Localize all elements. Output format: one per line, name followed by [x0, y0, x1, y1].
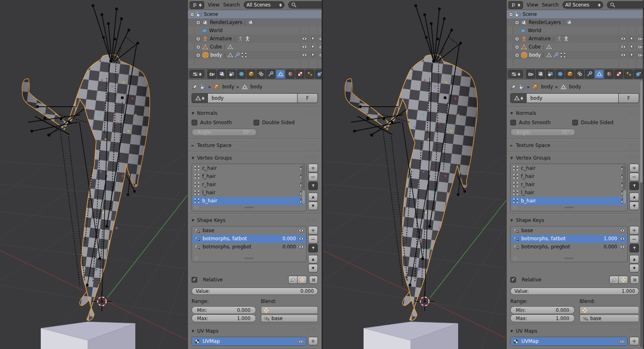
move-down-button[interactable]: ▼: [629, 264, 639, 272]
add-shape-key-button[interactable]: +: [629, 226, 639, 235]
eye-icon[interactable]: [620, 44, 626, 50]
editor-type-properties-button[interactable]: ▲▼: [508, 70, 523, 78]
tab-world[interactable]: [556, 70, 565, 79]
clear-shape-keys-button[interactable]: [630, 276, 639, 284]
shape-key-row-selected[interactable]: botmorphs, fatbot 0.000: [192, 235, 306, 243]
shape-key-row[interactable]: base: [511, 226, 627, 235]
camera-icon[interactable]: [319, 52, 322, 58]
add-shape-key-button[interactable]: +: [308, 226, 318, 235]
tab-scene[interactable]: [546, 70, 555, 79]
expand-icon[interactable]: +: [515, 45, 519, 49]
tab-object[interactable]: [565, 70, 574, 79]
outliner-row-scene[interactable]: − Scene: [507, 10, 643, 18]
tab-world[interactable]: [237, 70, 246, 79]
drag-grip-icon[interactable]: ::::: [307, 155, 317, 159]
range-min-field[interactable]: ◂ Min:0.000 ▸: [510, 306, 575, 314]
drag-grip-icon[interactable]: ::::: [628, 217, 638, 222]
remove-vertex-group-button[interactable]: −: [308, 173, 318, 181]
vertex-group-row[interactable]: l_hair: [511, 189, 627, 197]
range-max-field[interactable]: ◂ Max:1.000 ▸: [192, 314, 256, 322]
section-header-vertex-groups[interactable]: ▼ Vertex Groups ::::: [510, 154, 639, 162]
add-icon[interactable]: +: [513, 205, 517, 209]
add-vertex-group-button[interactable]: +: [308, 164, 318, 172]
remove-shape-key-button[interactable]: −: [629, 235, 639, 244]
collapse-icon[interactable]: −: [509, 12, 513, 17]
drag-grip-icon[interactable]: ::::: [307, 110, 317, 114]
add-uv-map-button[interactable]: +: [629, 337, 639, 345]
checkbox-relative[interactable]: [192, 277, 197, 283]
pointer-icon[interactable]: [629, 52, 635, 58]
outliner-row-armature[interactable]: + Armature |: [507, 35, 643, 43]
tab-render[interactable]: [207, 70, 216, 79]
eye-icon[interactable]: [302, 52, 307, 58]
eye-icon[interactable]: [298, 236, 304, 241]
editor-type-properties-button[interactable]: ▲▼: [190, 70, 204, 78]
spin-right-icon[interactable]: ▸: [570, 316, 572, 320]
expand-icon[interactable]: +: [196, 37, 201, 41]
pointer-icon[interactable]: [310, 36, 316, 42]
breadcrumb-object[interactable]: body: [541, 84, 553, 90]
vertex-group-specials-button[interactable]: [629, 182, 639, 190]
drag-grip-icon[interactable]: ::::: [628, 143, 638, 147]
outliner-display-mode-dropdown[interactable]: All Scenes ▲▼: [562, 1, 603, 9]
double-sided-option[interactable]: Double Sided: [254, 120, 315, 125]
move-up-button[interactable]: ▲: [308, 255, 318, 263]
tab-render-layers[interactable]: [536, 70, 545, 79]
fake-user-button[interactable]: F: [619, 93, 639, 103]
menu-search[interactable]: Search: [542, 2, 558, 8]
expand-icon[interactable]: +: [196, 45, 201, 49]
range-max-field[interactable]: ◂ Max:1.000 ▸: [510, 314, 575, 322]
edit-mode-shape-button[interactable]: [298, 276, 307, 284]
fake-user-button[interactable]: F: [298, 93, 318, 103]
add-icon[interactable]: +: [513, 256, 517, 260]
drag-grip-icon[interactable]: ::::: [307, 217, 317, 222]
tab-material[interactable]: [286, 70, 295, 79]
eye-icon[interactable]: [620, 236, 625, 241]
shape-key-specials-button[interactable]: [629, 244, 639, 252]
eye-icon[interactable]: [302, 36, 307, 42]
range-min-field[interactable]: ◂ Min:0.000 ▸: [192, 306, 256, 314]
tab-scene[interactable]: [227, 70, 236, 79]
eye-icon[interactable]: [298, 244, 304, 250]
eye-icon[interactable]: [298, 228, 304, 233]
outliner-search-input[interactable]: [607, 1, 643, 9]
drag-grip-icon[interactable]: ::::: [628, 110, 638, 114]
eye-icon[interactable]: [620, 228, 625, 233]
tab-material[interactable]: [604, 70, 613, 79]
tab-object[interactable]: [247, 70, 256, 79]
section-header-shape-keys[interactable]: ▼ Shape Keys ::::: [510, 216, 639, 224]
editor-type-outliner-button[interactable]: ▲▼: [190, 1, 204, 9]
eye-icon[interactable]: [620, 36, 626, 42]
breadcrumb-data[interactable]: body: [250, 84, 262, 90]
vertex-group-row[interactable]: f_hair: [192, 172, 306, 180]
outliner-row-renderlayers[interactable]: + RenderLayers |: [188, 18, 322, 26]
blend-relative-key-field[interactable]: base: [261, 314, 318, 322]
tab-constraints[interactable]: [575, 70, 584, 79]
blend-vertex-group-field[interactable]: [261, 306, 318, 314]
outliner-row-body[interactable]: + body |: [188, 51, 322, 59]
section-header-uv-maps[interactable]: ▼ UV Maps ::::: [510, 327, 639, 335]
spin-right-icon[interactable]: ▸: [570, 308, 572, 312]
outliner-display-mode-dropdown[interactable]: All Scenes ▲▼: [244, 1, 285, 9]
tab-render-layers[interactable]: [217, 70, 226, 79]
tab-particles[interactable]: [624, 70, 633, 79]
expand-icon[interactable]: +: [196, 20, 201, 25]
expand-icon[interactable]: +: [515, 53, 519, 57]
eye-icon[interactable]: [302, 44, 307, 50]
tab-physics[interactable]: [634, 70, 643, 79]
vertex-group-row[interactable]: c_hair: [511, 164, 627, 172]
section-header-normals[interactable]: ▼ Normals ::::: [510, 109, 639, 117]
pin-shape-key-button[interactable]: [288, 276, 298, 284]
camera-icon[interactable]: [319, 44, 322, 50]
vertex-group-row[interactable]: l_hair: [192, 189, 306, 197]
double-sided-option[interactable]: Double Sided: [572, 120, 634, 125]
datablock-type-button[interactable]: ▲▼: [510, 93, 527, 103]
section-header-texture-space[interactable]: ► Texture Space ::::: [510, 141, 639, 149]
shape-key-specials-button[interactable]: [308, 244, 318, 252]
checkbox-auto-smooth[interactable]: [510, 120, 516, 125]
vertex-group-row[interactable]: r_hair: [192, 180, 306, 189]
camera-icon[interactable]: [637, 36, 643, 42]
pointer-icon[interactable]: [310, 44, 316, 50]
vertex-group-row-selected[interactable]: b_hair: [192, 197, 306, 205]
checkbox-double-sided[interactable]: [254, 120, 259, 125]
